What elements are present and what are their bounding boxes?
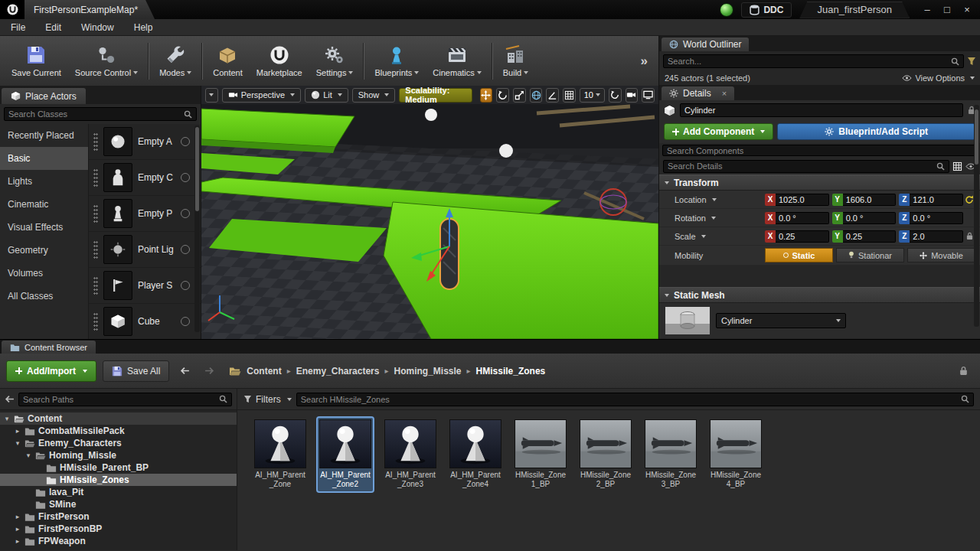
view-mode-button[interactable]: Lit	[305, 88, 348, 103]
category-basic[interactable]: Basic	[0, 147, 88, 170]
tree-item-fpweapon[interactable]: ▸FPWeapon	[0, 535, 237, 547]
category-volumes[interactable]: Volumes	[0, 262, 88, 285]
menu-window[interactable]: Window	[81, 22, 114, 33]
menu-file[interactable]: File	[11, 22, 25, 33]
placeable-empty-character[interactable]: Empty C	[89, 160, 201, 196]
scrollbar-thumb[interactable]	[195, 127, 199, 211]
placeable-empty-pawn[interactable]: Empty P	[89, 196, 201, 232]
location-y-field[interactable]: Y1606.0	[832, 194, 897, 206]
category-visual-effects[interactable]: Visual Effects	[0, 216, 88, 239]
search-details-input[interactable]	[668, 161, 933, 171]
placeable-point-light[interactable]: Point Lig	[89, 232, 201, 268]
drag-grip-icon[interactable]	[93, 240, 98, 259]
static-mesh-select[interactable]: Cylinder	[716, 313, 846, 328]
asset-tile-ai-hm-parent-zone3[interactable]: AI_HM_Parent_Zone3	[383, 418, 438, 491]
ddc-indicator[interactable]: DDC	[741, 2, 792, 18]
expander-icon[interactable]: ▸	[14, 525, 21, 533]
tab-world-outliner[interactable]: World Outliner	[662, 37, 749, 51]
placeable-cube[interactable]: Cube	[89, 304, 201, 339]
category-recently-placed[interactable]: Recently Placed	[0, 124, 88, 147]
category-all-classes[interactable]: All Classes	[0, 285, 88, 308]
tab-details[interactable]: Details×	[662, 86, 734, 100]
mobility-stationary-button[interactable]: Stationar	[836, 248, 904, 262]
scale-x-field[interactable]: X0.25	[765, 230, 829, 243]
add-import-button[interactable]: Add/Import	[6, 360, 96, 382]
build-button[interactable]: Build	[496, 41, 535, 80]
tree-item-smine[interactable]: SMine	[0, 498, 237, 510]
grid-snap-toggle[interactable]	[563, 88, 576, 103]
tree-item-lava-pit[interactable]: lava_Pit	[0, 486, 237, 498]
content-button[interactable]: Content	[206, 41, 250, 80]
tree-item-hmissile-zones[interactable]: HMissile_Zones	[0, 474, 237, 486]
show-flags-button[interactable]: Show	[352, 88, 396, 103]
search-components-input[interactable]	[667, 146, 972, 155]
scale-z-field[interactable]: Z2.0	[899, 230, 963, 243]
drag-grip-icon[interactable]	[93, 276, 98, 295]
placeable-player-start[interactable]: Player S	[89, 268, 201, 304]
tree-item-combatmissilepack[interactable]: ▸CombatMissilePack	[0, 425, 237, 437]
asset-tile-hmissile-zone4-bp[interactable]: HMissile_Zone4_BP	[708, 418, 763, 491]
tree-item-hmissile-parent-bp[interactable]: HMissile_Parent_BP	[0, 461, 237, 474]
maximize-viewport-button[interactable]	[642, 88, 655, 103]
maximize-button[interactable]: □	[937, 0, 957, 19]
world-local-toggle[interactable]	[530, 88, 543, 103]
minimize-button[interactable]: –	[917, 0, 937, 19]
asset-tile-hmissile-zone3-bp[interactable]: HMissile_Zone3_BP	[643, 418, 698, 491]
category-geometry[interactable]: Geometry	[0, 239, 88, 262]
view-options-button[interactable]: View Options	[902, 73, 975, 83]
toolbar-overflow-chevron[interactable]: »	[635, 54, 654, 69]
viewport-3d-scene[interactable]	[201, 104, 658, 339]
cinematics-button[interactable]: Cinematics	[426, 41, 488, 80]
mobility-movable-button[interactable]: Movable	[907, 248, 975, 262]
tab-content-browser[interactable]: Content Browser	[2, 341, 96, 354]
save-all-button[interactable]: Save All	[103, 360, 169, 382]
expander-icon[interactable]: ▾	[24, 452, 32, 459]
tab-place-actors[interactable]: Place Actors	[2, 88, 86, 104]
scale-lock-icon[interactable]	[966, 232, 973, 240]
category-lights[interactable]: Lights	[0, 170, 88, 193]
settings-button[interactable]: Settings	[309, 41, 361, 80]
modes-button[interactable]: Modes	[152, 41, 198, 80]
back-button[interactable]	[175, 362, 194, 380]
save-current-button[interactable]: Save Current	[5, 41, 68, 80]
close-button[interactable]: ×	[957, 0, 977, 19]
translate-tool-button[interactable]	[480, 88, 493, 103]
asset-tile-ai-hm-parent-zone[interactable]: AI_HM_Parent_Zone	[253, 418, 308, 491]
source-control-button[interactable]: Source Control	[68, 41, 145, 80]
drag-grip-icon[interactable]	[93, 132, 98, 151]
rotate-tool-button[interactable]	[496, 88, 509, 103]
expander-icon[interactable]: ▸	[14, 537, 21, 545]
asset-tile-ai-hm-parent-zone2[interactable]: AI_HM_Parent_Zone2	[318, 418, 373, 491]
saved-search-icon[interactable]	[967, 57, 976, 66]
category-cinematic[interactable]: Cinematic	[0, 193, 88, 216]
surface-snap-button[interactable]	[546, 88, 559, 103]
tree-item-content[interactable]: ▾Content	[0, 412, 237, 425]
expander-icon[interactable]: ▸	[14, 427, 21, 435]
asset-tile-hmissile-zone1-bp[interactable]: HMissile_Zone1_BP	[513, 418, 568, 491]
placeable-empty-actor[interactable]: Empty A	[89, 124, 201, 160]
mobility-static-button[interactable]: Static	[765, 248, 833, 262]
camera-mode-button[interactable]: Perspective	[222, 88, 301, 103]
drag-grip-icon[interactable]	[93, 168, 98, 187]
search-paths-input[interactable]	[23, 395, 216, 404]
scalability-button[interactable]: Scalability: Medium	[399, 88, 472, 103]
filters-button[interactable]: Filters	[243, 394, 292, 405]
rotation-y-field[interactable]: Y0.0 °	[832, 212, 897, 224]
reset-to-default-icon[interactable]	[965, 195, 974, 204]
sources-toggle-icon[interactable]	[5, 395, 15, 403]
expander-icon[interactable]: ▾	[14, 439, 21, 447]
breadcrumb-item-hmissile-zones[interactable]: HMissile_Zones	[476, 366, 546, 377]
breadcrumb-item-content[interactable]: Content	[247, 366, 281, 377]
static-mesh-thumbnail[interactable]	[665, 307, 710, 334]
tree-item-firstpersonbp[interactable]: ▸FirstPersonBP	[0, 523, 237, 535]
drag-grip-icon[interactable]	[93, 312, 98, 331]
blueprint-add-script-button[interactable]: Blueprint/Add Script	[777, 123, 975, 140]
asset-tile-ai-hm-parent-zone4[interactable]: AI_HM_Parent_Zone4	[448, 418, 503, 491]
expander-icon[interactable]: ▾	[3, 415, 11, 422]
tree-item-firstperson[interactable]: ▸FirstPerson	[0, 510, 237, 523]
static-mesh-section-header[interactable]: Static Mesh	[659, 287, 980, 303]
scale-y-field[interactable]: Y0.25	[832, 230, 897, 243]
menu-help[interactable]: Help	[134, 22, 153, 33]
rotation-x-field[interactable]: X0.0 °	[765, 212, 829, 224]
rotation-snap-button[interactable]	[609, 88, 622, 103]
